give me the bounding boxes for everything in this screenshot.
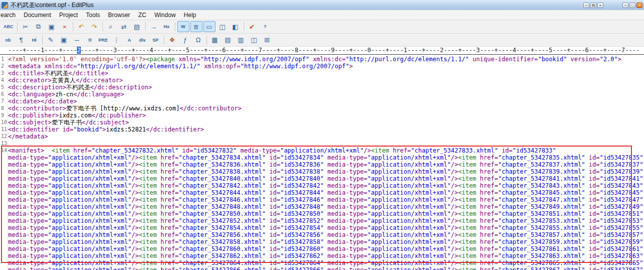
delete-button[interactable]: × [59,21,71,32]
copy-button[interactable]: ⧉ [33,21,45,32]
cut-button[interactable]: ✂ [20,21,32,32]
editor-row: 7<dc:date></dc:date> [0,98,644,105]
code-text: <dc:date></dc:date> [8,98,77,105]
font-tag-button[interactable]: A [124,35,136,46]
menu-item-document[interactable]: Document [20,11,55,20]
menu-item-project[interactable]: Project [55,11,82,20]
span-tag-button[interactable]: SP [150,35,162,46]
line-number [0,154,8,161]
hex-viewer-icon: Hx [164,24,170,29]
copy-icon: ⧉ [36,23,41,31]
code-text: media-type="application/xhtml+xml"/><ite… [8,252,643,259]
tab-view-button[interactable]: ◫ [217,21,229,32]
editor-row: 2<metadata xmlns:dc="http://purl.org/dc/… [0,63,644,70]
div-tag-button[interactable]: div [137,35,149,46]
minimize-button[interactable]: ─ [622,3,628,8]
menu-item-zc[interactable]: ZC [134,11,150,20]
special-chars-button[interactable]: Ω [192,35,204,46]
context-help-button[interactable]: ? [259,21,271,32]
code-text: media-type="application/xhtml+xml"/><ite… [8,182,643,189]
spell-check-icon: ABC [4,24,14,29]
line-number [0,189,8,196]
color-picker-button[interactable]: ❖ [166,35,178,46]
close-button[interactable]: × [636,3,642,8]
doc-close-button[interactable]: × [597,3,603,8]
code-text: media-type="application/xhtml+xml"/><ite… [8,154,643,161]
paragraph-tag-button[interactable]: ¶ [15,35,27,46]
menu-item-search[interactable]: earch [0,11,20,20]
context-help-icon: ? [264,24,267,29]
center-tag-icon: ≡ [88,36,92,44]
toolbar-separator [175,22,175,31]
undo-button[interactable]: ↶ [75,21,87,32]
table-tag-button[interactable]: ▦ [209,35,221,46]
line-numbers-button[interactable]: ≣ [190,21,202,32]
editor-row: 6<dc:language>zh-cn</dc:language> [0,91,644,98]
editor-row: media-type="application/xhtml+xml"/><ite… [0,245,644,252]
menu-item-help[interactable]: Help [180,11,200,20]
find-in-files-button[interactable]: ▤ [131,21,143,32]
special-chars-icon: Ω [196,36,201,44]
ruler-toggle-button[interactable]: ▭ [203,21,216,32]
toolbar-separator [244,22,244,31]
main-toolbar: ABC✂⧉▣×↶↷⌕⇄▤→HxW≣▭◫◧✔? [0,20,644,34]
image-tag-button[interactable]: ▣ [58,35,70,46]
syntax-check-button[interactable]: ✔ [246,21,258,32]
editor-row: media-type="application/xhtml+xml"/><ite… [0,238,644,245]
editor-row: 13 [0,140,644,147]
find-button[interactable]: ⌕ [105,21,117,32]
code-text: <dc:contributor>爱下电子书 [http://www.ixdzs.… [8,105,242,112]
line-number [0,182,8,189]
script-tag-button[interactable]: ƒ [179,35,191,46]
editor-row: 8<dc:contributor>爱下电子书 [http://www.ixdzs… [0,105,644,112]
anchor-tag-button[interactable]: ✎ [45,35,57,46]
editor-row: 5<dc:description>不朽武圣</dc:description> [0,84,644,91]
menu-item-tools[interactable]: Tools [82,11,104,20]
form-tag-button[interactable]: ⊞ [261,35,273,46]
editor-row: media-type="application/xhtml+xml"/><ite… [0,168,644,175]
line-number [0,224,8,231]
code-text: media-type="application/xhtml+xml"/><ite… [8,231,643,238]
maximize-button[interactable]: □ [629,3,635,8]
toolbar-separator [206,36,207,45]
table-cell-tag-button[interactable]: ▥ [235,35,247,46]
hr-tag-button[interactable]: — [71,35,83,46]
word-wrap-icon: W [181,24,185,29]
editor-row: media-type="application/xhtml+xml"/><ite… [0,203,644,210]
redo-icon: ↷ [91,23,97,31]
heading-tag-button[interactable]: HÍ [28,35,40,46]
pre-tag-button[interactable]: PRE [97,35,110,46]
anchor-tag-icon: ✎ [48,36,54,44]
word-wrap-button[interactable]: W [177,21,189,32]
goto-line-button[interactable]: → [148,21,160,32]
menu-bar: earchDocumentProjectToolsBrowserZCWindow… [0,10,644,20]
editor-row: 1<?xml version='1.0' encoding='utf-8'?><… [0,56,644,63]
editor-row: 3<dc:title>不朽武圣</dc:title> [0,70,644,77]
center-tag-button[interactable]: ≡ [84,35,96,46]
list-tag-button[interactable]: ⋮ [111,35,123,46]
editor-area[interactable]: 1<?xml version='1.0' encoding='utf-8'?><… [0,55,644,270]
menu-item-window[interactable]: Window [150,11,180,20]
editor-row: media-type="application/xhtml+xml"/><ite… [0,175,644,182]
nbsp-tag-button[interactable]: nb [2,35,14,46]
doc-minimize-button[interactable]: ─ [583,3,589,8]
font-tag-icon: A [128,38,131,43]
spell-check-button[interactable]: ABC [2,21,15,32]
frameset-tag-button[interactable]: ◫ [248,35,260,46]
browser-view-button[interactable]: ◧ [230,21,242,32]
redo-button[interactable]: ↷ [88,21,100,32]
paste-button[interactable]: ▣ [46,21,58,32]
window-title: 不朽武圣\content.opf - EditPlus [11,1,93,10]
paste-icon: ▣ [48,23,54,31]
hex-viewer-button[interactable]: Hx [161,21,173,32]
replace-button[interactable]: ⇄ [118,21,130,32]
menu-item-browser[interactable]: Browser [104,11,134,20]
form-tag-icon: ⊞ [264,36,270,44]
title-bar[interactable]: 不朽武圣\content.opf - EditPlus ─⧉×─□× [0,0,644,10]
doc-restore-button[interactable]: ⧉ [590,3,596,8]
table-row-tag-button[interactable]: ▤ [222,35,234,46]
delete-icon: × [63,23,67,31]
line-number: 12 [0,133,8,140]
line-number [0,217,8,224]
line-number: 7 [0,98,8,105]
